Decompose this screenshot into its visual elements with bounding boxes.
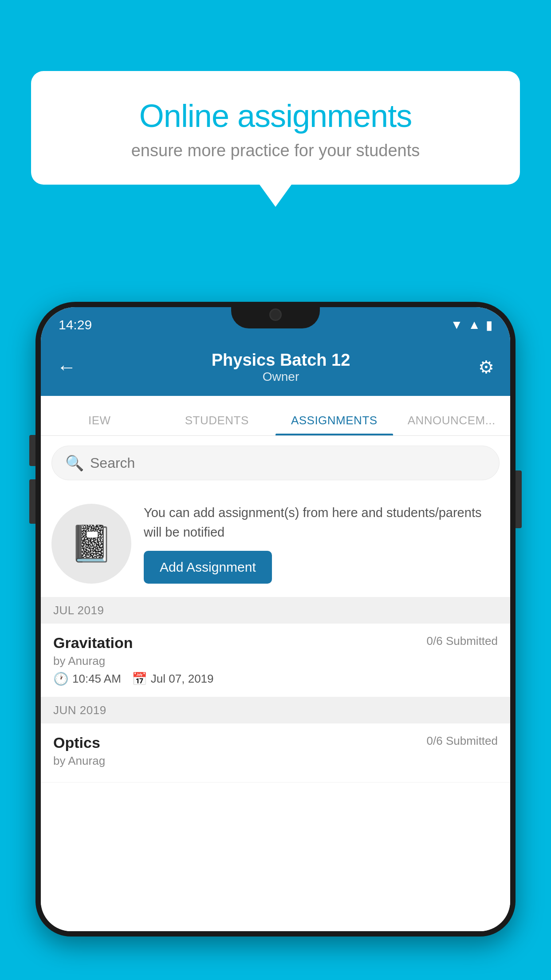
speech-bubble: Online assignments ensure more practice … (31, 71, 520, 185)
wifi-icon: ▼ (451, 318, 463, 332)
search-icon: 🔍 (65, 454, 84, 472)
add-assignment-button[interactable]: Add Assignment (144, 551, 272, 584)
assignment-time-meta: 🕐 10:45 AM (53, 672, 121, 686)
assignment-meta-gravitation: 🕐 10:45 AM 📅 Jul 07, 2019 (53, 672, 498, 686)
search-input[interactable] (90, 455, 486, 471)
clock-icon: 🕐 (53, 672, 69, 686)
phone-screen: 14:29 ▼ ▲ ▮ ← Physics Batch 12 Owner ⚙ (41, 307, 510, 931)
speech-bubble-container: Online assignments ensure more practice … (31, 71, 520, 207)
phone-notch (231, 302, 320, 328)
tab-bar: IEW STUDENTS ASSIGNMENTS ANNOUNCEM... (41, 396, 510, 436)
promo-section: 📓 You can add assignment(s) from here an… (41, 490, 510, 597)
assignment-date: Jul 07, 2019 (151, 672, 214, 686)
assignment-name-gravitation: Gravitation (53, 634, 133, 652)
assignment-submitted-gravitation: 0/6 Submitted (427, 634, 498, 648)
assignment-row1: Gravitation 0/6 Submitted (53, 634, 498, 652)
phone-outer: 14:29 ▼ ▲ ▮ ← Physics Batch 12 Owner ⚙ (35, 302, 516, 937)
assignment-optics-row1: Optics 0/6 Submitted (53, 734, 498, 751)
calendar-icon: 📅 (132, 672, 147, 686)
settings-button[interactable]: ⚙ (478, 357, 494, 377)
assignment-item-optics[interactable]: Optics 0/6 Submitted by Anurag (41, 723, 510, 782)
phone-side-btn-vol-up (29, 435, 35, 466)
section-header-jun: JUN 2019 (41, 697, 510, 723)
tab-announcements[interactable]: ANNOUNCEM... (393, 414, 511, 435)
notebook-icon: 📓 (69, 523, 114, 565)
back-button[interactable]: ← (57, 356, 83, 378)
assignment-by-gravitation: by Anurag (53, 654, 498, 668)
speech-bubble-title: Online assignments (67, 98, 484, 134)
search-bar-container: 🔍 (41, 436, 510, 490)
tab-overview[interactable]: IEW (41, 414, 158, 435)
assignment-time: 10:45 AM (72, 672, 121, 686)
section-header-jul: JUL 2019 (41, 597, 510, 624)
promo-text-area: You can add assignment(s) from here and … (144, 503, 500, 584)
phone-side-btn-vol-down (29, 479, 35, 524)
battery-icon: ▮ (486, 318, 492, 332)
speech-bubble-subtitle: ensure more practice for your students (67, 141, 484, 160)
promo-icon-circle: 📓 (51, 504, 131, 584)
assignment-by-optics: by Anurag (53, 754, 498, 768)
phone-side-btn-power (516, 470, 522, 528)
phone-container: 14:29 ▼ ▲ ▮ ← Physics Batch 12 Owner ⚙ (35, 302, 516, 980)
signal-icon: ▲ (468, 318, 480, 332)
assignment-item-gravitation[interactable]: Gravitation 0/6 Submitted by Anurag 🕐 10… (41, 624, 510, 697)
status-time: 14:29 (59, 317, 92, 332)
promo-description: You can add assignment(s) from here and … (144, 503, 500, 542)
top-bar-title-group: Physics Batch 12 Owner (212, 351, 350, 384)
tab-students[interactable]: STUDENTS (158, 414, 276, 435)
top-bar-title: Physics Batch 12 (212, 351, 350, 370)
top-bar: ← Physics Batch 12 Owner ⚙ (41, 338, 510, 396)
status-icons: ▼ ▲ ▮ (451, 318, 492, 332)
top-bar-subtitle: Owner (212, 370, 350, 384)
assignment-date-meta: 📅 Jul 07, 2019 (132, 672, 214, 686)
speech-bubble-arrow (260, 185, 291, 207)
content-area: 🔍 📓 You can add assignment(s) from here … (41, 436, 510, 931)
assignment-submitted-optics: 0/6 Submitted (427, 734, 498, 748)
phone-camera (269, 308, 282, 321)
tab-assignments[interactable]: ASSIGNMENTS (276, 414, 393, 435)
assignment-name-optics: Optics (53, 734, 100, 751)
search-bar[interactable]: 🔍 (51, 446, 500, 480)
